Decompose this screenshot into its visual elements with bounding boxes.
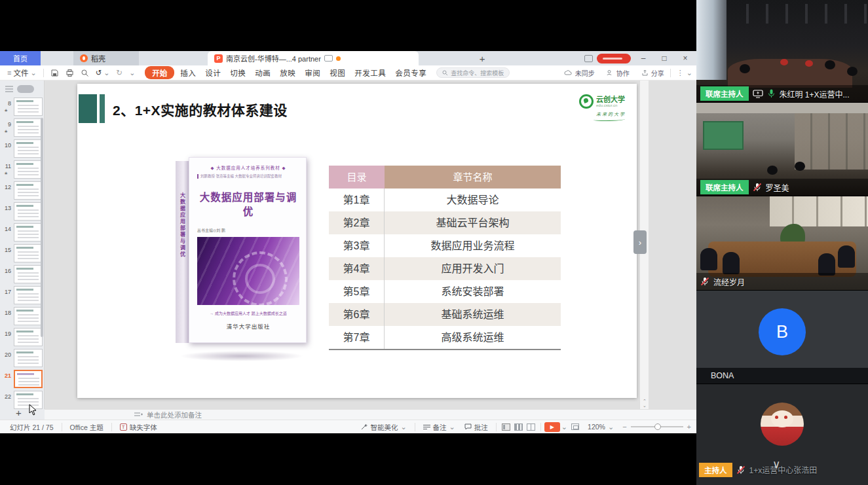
app-mode-icon[interactable] [584,55,593,62]
share-button[interactable]: 分享 [651,68,664,78]
save-button[interactable] [47,69,62,77]
collapse-videos-icon[interactable]: ∨ [772,458,780,471]
thumbnail-slide-20[interactable]: 20 [0,348,44,369]
book-editors: 刘鹏教授 张燕等主编 大数据专业师资培训配套教材 [197,174,299,179]
zoom-out-button[interactable]: − [622,423,626,431]
logo-swoosh [594,118,625,121]
new-tab-button[interactable]: + [474,51,491,65]
tab-docer[interactable]: 稻壳 [73,51,139,65]
redo-button[interactable]: ↻ [113,68,126,77]
theme-name[interactable]: Office 主题 [66,422,108,432]
slide-sorter-view-button[interactable] [514,423,523,431]
notes-input[interactable]: 单击此处添加备注 [45,409,696,420]
close-button[interactable]: × [677,51,694,65]
undo-button[interactable]: ↺⌄ [92,68,113,77]
file-menu[interactable]: ≡ 文件 ⌄ [4,67,40,78]
participant-label: BONA [696,368,868,384]
col-header-chapter-name: 章节名称 [385,166,561,189]
ribbon-tab-animations[interactable]: 动画 [250,67,275,78]
video-tile-zhanghaotian[interactable]: 主持人 1+x运营中心张浩田 ∨ [696,384,868,485]
vertical-scrollbar[interactable]: › ⌃ ⌄ [639,81,649,409]
ribbon-tab-view[interactable]: 视图 [325,67,350,78]
ribbon-tab-home[interactable]: 开始 [145,66,174,79]
minimize-button[interactable]: – [635,51,652,65]
save-icon [50,69,59,77]
hamburger-icon: ≡ [7,69,11,77]
thumbnail-slide-15[interactable]: 15 [0,243,44,264]
comments-button[interactable]: 批注 [460,422,493,432]
ribbon-tab-review[interactable]: 审阅 [300,67,325,78]
ribbon-tab-design[interactable]: 设计 [200,67,225,78]
thumbnail-slide-18[interactable]: 18 [0,306,44,327]
video-tile-luoshengmei[interactable]: 联席主持人 罗圣美 [696,103,868,196]
notes-toggle-button[interactable]: 备注 ⌄ [419,422,460,432]
thumbnail-slide-16[interactable]: 16 [0,264,44,285]
quickbar-more-button[interactable]: ⌄ [126,69,138,77]
yunchuang-logo: 云创大学 edu.cstor.cn 未来的大学 [579,94,642,121]
ribbon-tab-member[interactable]: 会员专享 [390,67,431,78]
book-front-cover: ◆ 大数据应用人才培养系列教材 ◆ 刘鹏教授 张燕等主编 大数据专业师资培训配套… [189,157,307,343]
ribbon-tab-devtools[interactable]: 开发工具 [350,67,390,78]
tab-home[interactable]: 首页 [0,51,41,65]
command-search-input[interactable]: 查找命令、搜索模板 [436,67,510,78]
thumbnail-slide-11[interactable]: 11★ [0,160,44,181]
preview-icon [81,69,89,77]
animation-star-icon: ★ [4,129,8,134]
current-slide[interactable]: 2、1+X实施的教材体系建设 云创大学 edu.cstor.cn 未来的大学 [77,84,637,398]
table-row: 第4章应用开发入门 [329,257,561,280]
normal-view-button[interactable] [502,423,510,431]
book-shadow [179,351,304,361]
maximize-button[interactable]: □ [656,51,673,65]
chapters-table: 目录 章节名称 第1章大数据导论 第2章基础云平台架构 第3章数据应用业务流程 … [329,166,561,350]
screen-share-icon [753,90,763,98]
outline-view-icon[interactable] [5,86,13,92]
scroll-up-icon[interactable]: ⌃ [640,399,649,403]
more-options-button[interactable]: ⋮ [677,69,684,77]
zoom-slider-knob[interactable] [654,423,661,430]
magic-wand-icon [360,423,368,431]
thumbnail-slide-8[interactable]: 8★ [0,97,44,118]
fit-slide-button[interactable] [571,423,579,430]
thumbnail-slide-21-current[interactable]: 21 [0,369,44,390]
add-slide-button[interactable]: + [16,407,22,418]
chevron-down-icon: ⌄ [400,423,406,431]
ribbon-tab-insert[interactable]: 插入 [176,67,200,78]
thumbnail-scrollbar[interactable] [41,118,43,337]
collaborate-button[interactable]: 协作 [616,68,630,78]
print-preview-button[interactable] [77,69,92,77]
zoom-slider-track[interactable] [631,426,683,427]
presentation-file-icon: P [214,54,223,63]
animation-star-icon: ★ [4,108,8,113]
scroll-down-icon[interactable]: ⌄ [640,403,649,408]
print-button[interactable] [62,69,77,77]
slideshow-play-button[interactable]: ▶ [544,422,560,432]
ribbon-tab-slideshow[interactable]: 放映 [275,67,300,78]
tab-active-document[interactable]: P 南京云创-华博特—...4 partner [208,51,419,65]
thumbnail-slide-12[interactable]: 12 [0,181,44,202]
collapse-ribbon-button[interactable]: ⌄ [687,69,692,77]
zoom-level[interactable]: 120% ⌄ [583,423,618,431]
thumbnail-slide-10[interactable]: 10 [0,139,44,160]
thumbnail-slide-19[interactable]: 19 [0,327,44,348]
expand-panel-button[interactable]: › [633,230,647,254]
thumbnail-slide-17[interactable]: 17 [0,285,44,306]
thumbnail-slide-13[interactable]: 13 [0,202,44,223]
sync-status[interactable]: 未同步 [575,68,595,78]
shared-screen-region: 首页 稻壳 P 南京云创-华博特—...4 partner + – □ [0,0,696,485]
missing-font-warning[interactable]: T 缺失字体 [115,422,162,432]
ribbon-tab-transitions[interactable]: 切换 [225,67,250,78]
thumbnail-slide-9[interactable]: 9★ [0,118,44,139]
play-options-chevron-icon[interactable]: ⌄ [561,423,567,431]
video-tile-zhuhongming[interactable]: 联席主持人 朱红明 1+X运营中... [696,0,868,102]
ai-beautify-button[interactable]: 智能美化 ⌄ [356,422,411,432]
book-tagline: → 成为大数据应用人才 踏上大数据成长之道 [197,310,299,316]
video-tile-liujingsuiyue[interactable]: 流经岁月 [696,196,868,290]
panel-toggle[interactable] [17,85,34,93]
reading-view-button[interactable] [527,423,535,431]
video-tile-bona[interactable]: B BONA [696,291,868,384]
chevron-down-icon: ⌄ [608,423,614,431]
promo-button[interactable] [597,54,631,63]
thumbnail-slide-14[interactable]: 14 [0,223,44,243]
mic-on-icon [767,89,776,98]
zoom-in-button[interactable]: + [687,423,691,431]
